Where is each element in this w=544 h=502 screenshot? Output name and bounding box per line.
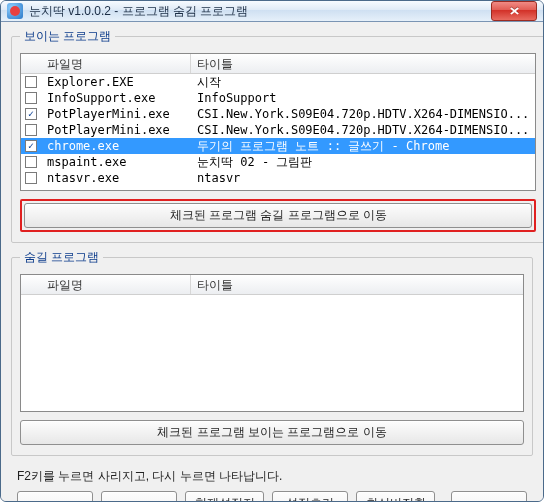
row-title: InfoSupport	[191, 91, 535, 105]
list-row[interactable]: ntasvr.exentasvr	[21, 170, 535, 186]
check-update-button[interactable]: 최신버전확인	[356, 491, 435, 502]
footer-area: F2키를 누르면 사리지고, 다시 누르면 나타납니다. 숨기기 새로읽기 현재…	[11, 462, 533, 502]
checkbox-icon[interactable]	[25, 124, 37, 136]
reset-settings-button[interactable]: 설정초기화	[272, 491, 348, 502]
row-title: CSI.New.York.S09E04.720p.HDTV.X264-DIMEN…	[191, 107, 535, 121]
header-col-checkbox[interactable]	[21, 275, 41, 294]
header-col-checkbox[interactable]	[21, 54, 41, 73]
header-col-title[interactable]: 타이틀	[191, 275, 523, 294]
visible-listview[interactable]: 파일명 타이틀 Explorer.EXE시작InfoSupport.exeInf…	[20, 53, 536, 191]
app-icon	[7, 3, 23, 19]
row-checkbox-cell[interactable]	[21, 76, 41, 88]
visible-list-body: Explorer.EXE시작InfoSupport.exeInfoSupport…	[21, 74, 535, 186]
group-hide-programs: 숨길 프로그램 파일명 타이틀 체크된 프로그램 보이는 프로그램으로 이동	[11, 249, 533, 456]
list-row[interactable]: PotPlayerMini.exeCSI.New.York.S09E04.720…	[21, 122, 535, 138]
group-visible-programs: 보이는 프로그램 파일명 타이틀 Explorer.EXE시작InfoSuppo…	[11, 28, 544, 243]
header-col-filename[interactable]: 파일명	[41, 54, 191, 73]
header-col-title[interactable]: 타이틀	[191, 54, 535, 73]
hide-listview[interactable]: 파일명 타이틀	[20, 274, 524, 412]
move-to-visible-button[interactable]: 체크된 프로그램 보이는 프로그램으로 이동	[20, 420, 524, 445]
row-title: 두기의 프로그램 노트 :: 글쓰기 - Chrome	[191, 138, 535, 155]
hide-button[interactable]: 숨기기	[17, 491, 93, 502]
hide-list-header[interactable]: 파일명 타이틀	[21, 275, 523, 295]
save-settings-button[interactable]: 현재설정저장	[185, 491, 264, 502]
checkbox-icon[interactable]: ✓	[25, 140, 37, 152]
row-filename: PotPlayerMini.exe	[41, 123, 191, 137]
checkbox-icon[interactable]: ✓	[25, 108, 37, 120]
list-row[interactable]: Explorer.EXE시작	[21, 74, 535, 90]
window-title: 눈치딱 v1.0.0.2 - 프로그램 숨김 프로그램	[29, 3, 491, 20]
row-checkbox-cell[interactable]	[21, 156, 41, 168]
visible-list-header[interactable]: 파일명 타이틀	[21, 54, 535, 74]
row-filename: Explorer.EXE	[41, 75, 191, 89]
row-filename: mspaint.exe	[41, 155, 191, 169]
move-to-hide-button[interactable]: 체크된 프로그램 숨길 프로그램으로 이동	[24, 203, 532, 228]
row-filename: PotPlayerMini.exe	[41, 107, 191, 121]
list-row[interactable]: InfoSupport.exeInfoSupport	[21, 90, 535, 106]
row-title: ntasvr	[191, 171, 535, 185]
highlight-outline: 체크된 프로그램 숨길 프로그램으로 이동	[20, 199, 536, 232]
close-button[interactable]: ✕	[491, 1, 537, 21]
list-row[interactable]: mspaint.exe눈치딱 02 - 그림판	[21, 154, 535, 170]
list-row[interactable]: ✓PotPlayerMini.exeCSI.New.York.S09E04.72…	[21, 106, 535, 122]
row-checkbox-cell[interactable]	[21, 124, 41, 136]
checkbox-icon[interactable]	[25, 76, 37, 88]
row-checkbox-cell[interactable]	[21, 92, 41, 104]
row-checkbox-cell[interactable]	[21, 172, 41, 184]
header-col-filename[interactable]: 파일명	[41, 275, 191, 294]
client-area: 보이는 프로그램 파일명 타이틀 Explorer.EXE시작InfoSuppo…	[1, 22, 543, 502]
row-filename: ntasvr.exe	[41, 171, 191, 185]
app-window: 눈치딱 v1.0.0.2 - 프로그램 숨김 프로그램 ✕ 보이는 프로그램 파…	[0, 0, 544, 502]
row-title: 시작	[191, 74, 535, 91]
checkbox-icon[interactable]	[25, 172, 37, 184]
group-hide-legend: 숨길 프로그램	[20, 249, 103, 266]
exit-button[interactable]: 종료	[451, 491, 527, 502]
row-title: CSI.New.York.S09E04.720p.HDTV.X264-DIMEN…	[191, 123, 535, 137]
list-row[interactable]: ✓chrome.exe두기의 프로그램 노트 :: 글쓰기 - Chrome	[21, 138, 535, 154]
titlebar[interactable]: 눈치딱 v1.0.0.2 - 프로그램 숨김 프로그램 ✕	[1, 1, 543, 22]
row-checkbox-cell[interactable]: ✓	[21, 140, 41, 152]
row-filename: InfoSupport.exe	[41, 91, 191, 105]
row-title: 눈치딱 02 - 그림판	[191, 154, 535, 171]
reload-button[interactable]: 새로읽기	[101, 491, 177, 502]
button-row: 숨기기 새로읽기 현재설정저장 설정초기화 최신버전확인 종료	[15, 491, 529, 502]
hint-text: F2키를 누르면 사리지고, 다시 누르면 나타납니다.	[17, 468, 527, 485]
group-visible-legend: 보이는 프로그램	[20, 28, 115, 45]
checkbox-icon[interactable]	[25, 156, 37, 168]
checkbox-icon[interactable]	[25, 92, 37, 104]
close-icon: ✕	[509, 5, 520, 18]
row-filename: chrome.exe	[41, 139, 191, 153]
row-checkbox-cell[interactable]: ✓	[21, 108, 41, 120]
